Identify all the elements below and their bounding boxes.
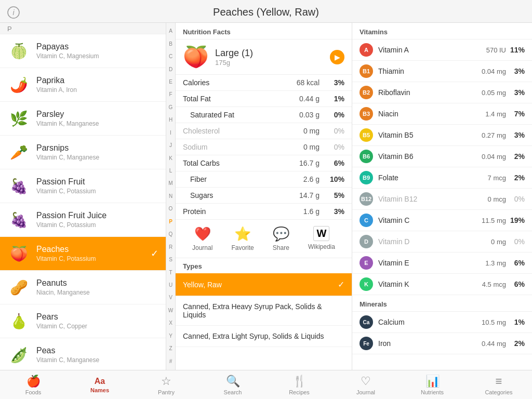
journal-nav-label: Journal xyxy=(356,389,375,395)
food-item-parsnips[interactable]: 🥕 Parsnips Vitamin C, Manganese xyxy=(0,136,166,169)
action-row: ❤️ Journal ⭐ Favorite 💬 Share W Wikipedi… xyxy=(176,220,352,258)
food-image: 🌿 xyxy=(7,107,30,130)
nav-foods[interactable]: 🍎 Foods xyxy=(0,370,66,399)
type-item[interactable]: Canned, Extra Light Syrup, Solids & Liqu… xyxy=(176,326,352,347)
food-name: Parsley xyxy=(36,110,99,119)
wikipedia-icon: W xyxy=(313,226,329,241)
vitamin-badge: E xyxy=(360,256,373,270)
alpha-q[interactable]: Q xyxy=(169,231,173,238)
serving-weight: 175g xyxy=(215,59,330,66)
nutr-pct: 3% xyxy=(328,207,344,216)
share-button[interactable]: 💬 Share xyxy=(273,226,289,251)
vitamin-name: Vitamin C xyxy=(378,216,470,224)
journal-button[interactable]: ❤️ Journal xyxy=(192,226,212,251)
food-item-pears[interactable]: 🍐 Pears Vitamin C, Copper xyxy=(0,304,166,338)
info-icon[interactable]: i xyxy=(7,6,20,19)
food-image: 🍇 xyxy=(7,175,30,197)
alpha-i[interactable]: I xyxy=(170,129,171,137)
nav-journal[interactable]: ♡ Journal xyxy=(332,370,399,399)
food-item-passion-fruit-juice[interactable]: 🍇 Passion Fruit Juice Vitamin C, Potassi… xyxy=(0,203,166,237)
food-item-parsley[interactable]: 🌿 Parsley Vitamin K, Manganese xyxy=(0,102,166,136)
type-check-icon: ✓ xyxy=(338,280,344,289)
food-sub: Niacin, Manganese xyxy=(36,289,90,296)
pantry-icon: ☆ xyxy=(161,375,171,388)
food-sub: Vitamin A, Iron xyxy=(36,86,77,94)
vitamin-badge: B12 xyxy=(360,192,373,206)
alpha-j[interactable]: J xyxy=(169,142,172,149)
alpha-o[interactable]: O xyxy=(169,205,173,212)
nutr-amount: 1.6 g xyxy=(288,207,320,216)
alpha-z[interactable]: Z xyxy=(169,345,172,352)
mineral-badge: Fe xyxy=(360,337,373,350)
nutr-pct: 0% xyxy=(328,111,344,119)
alpha-l[interactable]: L xyxy=(169,167,172,175)
food-item-peaches[interactable]: 🍑 Peaches Vitamin C, Potassium ✓ xyxy=(0,237,166,271)
alpha-b[interactable]: B xyxy=(169,41,172,48)
alpha-m[interactable]: M xyxy=(168,180,172,187)
alpha-x[interactable]: X xyxy=(169,320,172,327)
vitamin-amount: 11.5 mg xyxy=(470,217,506,224)
alpha-r[interactable]: R xyxy=(169,244,172,251)
nutr-pct: 3% xyxy=(328,78,344,87)
nutrition-row: Saturated Fat 0.03 g 0% xyxy=(176,107,352,123)
vitamin-pct: 11% xyxy=(506,46,525,54)
type-item[interactable]: Canned, Extra Heavy Syrup Pack, Solids &… xyxy=(176,296,352,326)
nav-recipes[interactable]: 🍴 Recipes xyxy=(266,370,332,399)
alpha-hash[interactable]: # xyxy=(169,358,172,365)
alpha-y[interactable]: Y xyxy=(169,332,172,340)
alpha-g[interactable]: G xyxy=(169,104,173,111)
nav-names[interactable]: Aa Names xyxy=(66,370,133,399)
alpha-w[interactable]: W xyxy=(168,307,173,314)
alpha-d[interactable]: D xyxy=(169,66,172,73)
alpha-p[interactable]: P xyxy=(169,218,172,225)
nav-pantry[interactable]: ☆ Pantry xyxy=(133,370,200,399)
alpha-k[interactable]: K xyxy=(169,155,172,162)
mineral-row: Fe Iron 0.44 mg 2% xyxy=(352,333,532,354)
alpha-s[interactable]: S xyxy=(169,256,172,263)
serving-row: 🍑 Large (1) 175g ▶ xyxy=(176,39,352,75)
food-name: Peanuts xyxy=(36,278,90,288)
svg-text:i: i xyxy=(12,8,15,17)
wikipedia-button[interactable]: W Wikipedia xyxy=(308,226,335,251)
alpha-u[interactable]: U xyxy=(169,282,172,289)
recipes-icon: 🍴 xyxy=(292,375,307,388)
vitamin-badge: B6 xyxy=(360,150,373,163)
nav-categories[interactable]: ≡ Categories xyxy=(466,370,532,399)
alpha-c[interactable]: C xyxy=(169,53,172,60)
food-item-passion-fruit[interactable]: 🍇 Passion Fruit Vitamin C, Potassium xyxy=(0,169,166,203)
vitamin-pct: 6% xyxy=(506,280,525,288)
nav-nutrients[interactable]: 📊 Nutrients xyxy=(399,370,466,399)
alpha-n[interactable]: N xyxy=(169,193,172,200)
food-item-peanuts[interactable]: 🥜 Peanuts Niacin, Manganese xyxy=(0,271,166,304)
food-item-paprika[interactable]: 🌶️ Paprika Vitamin A, Iron xyxy=(0,68,166,102)
alpha-t[interactable]: T xyxy=(169,269,172,276)
nutrition-rows: Calories 68 kcal 3% Total Fat 0.44 g 1% … xyxy=(176,75,352,220)
alpha-a[interactable]: A xyxy=(169,28,172,35)
food-sub: Vitamin C, Manganese xyxy=(36,356,99,364)
serving-next-button[interactable]: ▶ xyxy=(330,50,344,64)
vitamin-badge: B3 xyxy=(360,107,373,121)
favorite-button[interactable]: ⭐ Favorite xyxy=(231,226,254,251)
vitamin-pct: 19% xyxy=(506,216,525,224)
nutrition-row: Total Fat 0.44 g 1% xyxy=(176,91,352,107)
alpha-f[interactable]: F xyxy=(169,91,172,98)
nutr-label: Calories xyxy=(183,78,209,87)
types-header: Types xyxy=(176,258,352,273)
food-item-peas[interactable]: 🫛 Peas Vitamin C, Manganese xyxy=(0,338,166,370)
types-container: Yellow, Raw ✓ Canned, Extra Heavy Syrup … xyxy=(176,273,352,347)
vitamin-name: Folate xyxy=(378,174,470,182)
vitamin-amount: 1.3 mg xyxy=(470,259,506,267)
nutr-label: Sodium xyxy=(183,143,207,151)
journal-nav-icon: ♡ xyxy=(361,375,371,388)
food-item-papayas[interactable]: 🍈 Papayas Vitamin C, Magnesium xyxy=(0,34,166,68)
favorite-icon: ⭐ xyxy=(234,226,251,242)
nav-search[interactable]: 🔍 Search xyxy=(200,370,266,399)
alpha-h[interactable]: H xyxy=(169,116,172,124)
food-name: Passion Fruit Juice xyxy=(36,211,107,220)
vitamin-badge: C xyxy=(360,214,373,227)
alpha-v[interactable]: V xyxy=(169,294,172,301)
vitamin-amount: 4.5 mcg xyxy=(470,281,506,288)
foods-icon: 🍎 xyxy=(26,375,41,388)
type-item[interactable]: Yellow, Raw ✓ xyxy=(176,273,352,296)
alpha-e[interactable]: E xyxy=(169,78,172,86)
